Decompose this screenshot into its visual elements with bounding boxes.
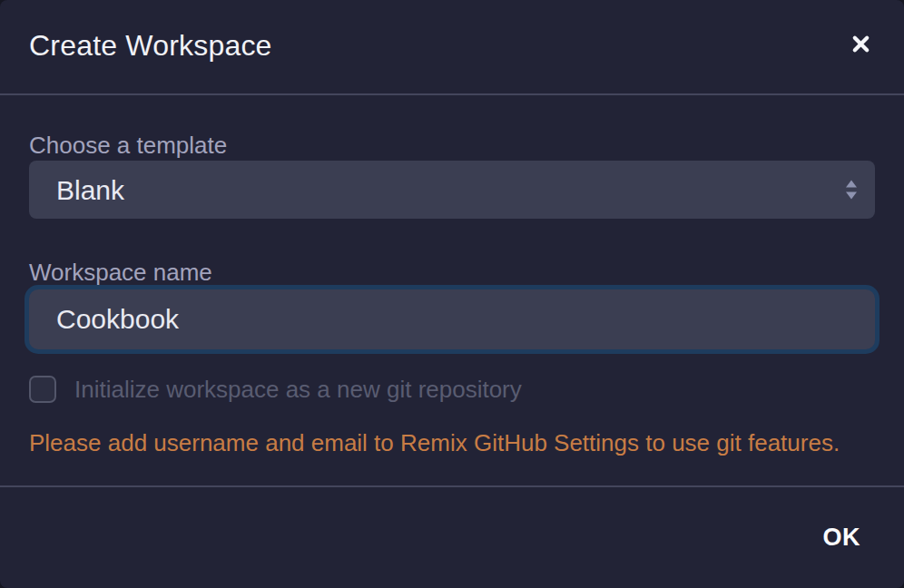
dialog-header: Create Workspace: [0, 0, 904, 95]
git-init-checkbox-label: Initialize workspace as a new git reposi…: [74, 375, 522, 404]
git-init-checkbox[interactable]: [29, 376, 56, 403]
template-label: Choose a template: [29, 130, 875, 161]
template-select[interactable]: Blank: [29, 161, 875, 219]
git-settings-warning: Please add username and email to Remix G…: [29, 427, 875, 458]
workspace-name-label: Workspace name: [29, 257, 875, 288]
dialog-title: Create Workspace: [29, 28, 272, 63]
git-checkbox-row: Initialize workspace as a new git reposi…: [29, 375, 875, 404]
workspace-name-input[interactable]: [29, 289, 875, 349]
close-button[interactable]: [846, 29, 876, 59]
dialog-footer: OK: [0, 485, 904, 588]
ok-button[interactable]: OK: [812, 522, 872, 554]
dialog-body: Choose a template Blank Workspace name I…: [0, 95, 904, 485]
create-workspace-dialog: Create Workspace Choose a template Blank…: [0, 0, 904, 588]
template-select-wrap: Blank: [29, 161, 875, 219]
close-icon: [851, 43, 870, 56]
